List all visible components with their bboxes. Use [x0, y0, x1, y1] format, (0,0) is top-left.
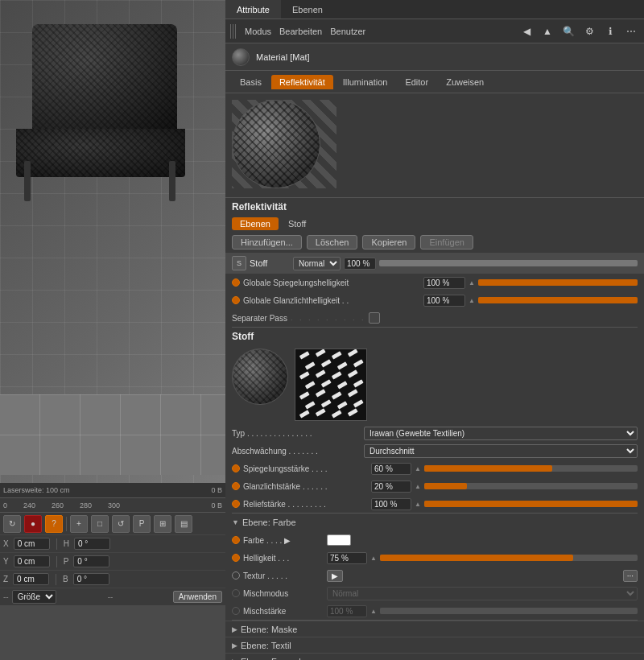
layer-opacity-slider[interactable]	[379, 260, 638, 266]
farbe-dot[interactable]	[232, 536, 240, 544]
viewport-tool-2[interactable]: ●	[24, 515, 42, 533]
separater-pass-row: Separater Pass . . . . . . . . .	[225, 309, 644, 327]
h-value[interactable]: 0 °	[74, 538, 110, 550]
icon-info[interactable]: ℹ	[602, 23, 618, 39]
ebene-fresnel-section[interactable]: ▶ Ebene: Fresnel	[225, 653, 644, 660]
viewport-ruler: 0 240 260 280 300 0 B	[0, 497, 225, 512]
viewport-tool-6[interactable]: ↺	[112, 515, 130, 533]
menu-bearbeiten[interactable]: Bearbeiten	[279, 27, 322, 36]
ebene-maske-section[interactable]: ▶ Ebene: Maske	[225, 621, 644, 637]
tab-ebenen[interactable]: Ebenen	[281, 0, 334, 19]
subtab-editor[interactable]: Editor	[397, 75, 436, 89]
icon-settings[interactable]: ⚙	[581, 23, 597, 39]
stoff-texture-preview[interactable]	[295, 349, 367, 421]
typ-label: Typ . . . . . . . . . . . . . . .	[232, 429, 361, 438]
helligkeit-dot[interactable]	[232, 554, 240, 562]
relief-dot[interactable]	[232, 500, 240, 508]
global-spiegelung-label: Globale Spiegelungshelligkeit	[243, 278, 420, 287]
glanz-starke-dot[interactable]	[232, 482, 240, 490]
layer-pct-input[interactable]: 100 %	[344, 258, 376, 270]
y-value[interactable]: 0 cm	[14, 555, 50, 567]
ebene-farbe-collapse-icon: ▼	[232, 518, 239, 526]
icon-search[interactable]: 🔍	[560, 23, 576, 39]
stoff-preview-ball	[232, 349, 288, 405]
tab-attribute[interactable]: Attribute	[225, 0, 281, 19]
spiegelung-label: Spiegelungsstärke . . . .	[243, 464, 368, 473]
spiegelung-dot[interactable]	[232, 464, 240, 472]
global-spiegelung-dot[interactable]	[232, 278, 240, 287]
size-select[interactable]: Größe	[12, 590, 56, 604]
global-spiegelung-row: Globale Spiegelungshelligkeit ▲	[225, 274, 644, 291]
typ-select[interactable]: Irawan (Gewebte Textilien)	[364, 427, 638, 440]
coord-row-2: Y 0 cm P 0 °	[0, 552, 225, 570]
b-value[interactable]: 0 °	[73, 573, 109, 585]
dot-sep: . . . . . . . . .	[291, 314, 366, 322]
laser-label: Lasersweite: 100 cm	[3, 486, 70, 494]
viewport-tool-1[interactable]: ↻	[3, 515, 21, 533]
viewport-tool-8[interactable]: ⊞	[154, 515, 171, 533]
subtab-zuweisen[interactable]: Zuweisen	[438, 75, 492, 89]
btn-einfugen[interactable]: Einfügen	[420, 235, 473, 250]
btn-hinzufugen[interactable]: Hinzufügen...	[232, 235, 302, 250]
z-value[interactable]: 0 cm	[13, 573, 49, 585]
icon-more[interactable]: ⋯	[623, 23, 639, 39]
tab-stoff[interactable]: Stoff	[280, 217, 314, 230]
viewport-tool-4[interactable]: +	[70, 515, 88, 533]
toolbar-icons: ◀ ▲ 🔍 ⚙ ℹ ⋯	[518, 23, 639, 39]
spiegelung-starke-row: Spiegelungsstärke . . . . ▲	[225, 460, 644, 477]
apply-button[interactable]: Anwenden	[173, 591, 222, 603]
tab-ebenen-layer[interactable]: Ebenen	[232, 217, 279, 230]
textur-dot[interactable]	[232, 571, 240, 580]
viewport-tool-9[interactable]: ▤	[175, 515, 192, 533]
x-value[interactable]: 0 cm	[14, 538, 50, 550]
relief-slider[interactable]	[424, 501, 638, 507]
color-swatch-white[interactable]	[327, 534, 351, 546]
viewport-tool-5[interactable]: □	[91, 515, 109, 533]
global-glanz-slider[interactable]	[478, 297, 638, 303]
mischstarke-slider[interactable]	[380, 608, 638, 614]
global-spiegelung-val[interactable]	[423, 277, 465, 289]
p-value[interactable]: 0 °	[73, 555, 109, 567]
ebene-farbe-header[interactable]: ▼ Ebene: Farbe	[225, 514, 644, 531]
textur-btn[interactable]: ▶	[327, 570, 343, 582]
global-spiegelung-slider[interactable]	[478, 279, 638, 286]
separater-pass-checkbox[interactable]	[369, 312, 380, 324]
relief-fill	[424, 501, 638, 507]
helligkeit-slider[interactable]	[380, 555, 638, 561]
viewport-tool-7[interactable]: P	[133, 515, 151, 533]
icon-arrow-up[interactable]: ▲	[539, 23, 555, 39]
maske-arrow: ▶	[232, 625, 237, 633]
global-glanz-val[interactable]	[423, 295, 465, 307]
subtab-reflektivitat[interactable]: Reflektivität	[271, 75, 333, 89]
spiegelung-val[interactable]	[371, 463, 411, 475]
menu-modus[interactable]: Modus	[245, 27, 271, 36]
glanz-slider[interactable]	[424, 483, 638, 489]
spiegelung-slider[interactable]	[424, 465, 638, 472]
mischstarke-val[interactable]	[327, 605, 367, 617]
mischmodus-dot[interactable]	[232, 589, 240, 597]
glanz-val[interactable]	[371, 481, 411, 493]
btn-kopieren[interactable]: Kopieren	[362, 235, 415, 250]
maske-label: Ebene: Maske	[241, 625, 297, 634]
relief-val[interactable]	[371, 498, 411, 510]
viewport-bottom: Lasersweite: 100 cm 0 B 0 240 260 280 30…	[0, 483, 225, 660]
relief-label: Reliefstärke . . . . . . . . .	[243, 500, 368, 509]
icon-arrow-left[interactable]: ◀	[518, 23, 535, 39]
helligkeit-val[interactable]	[327, 552, 367, 564]
btn-loschen[interactable]: Löschen	[307, 235, 358, 250]
global-glanz-fill	[478, 297, 638, 303]
textur-more-btn[interactable]: ···	[623, 570, 638, 582]
abschwachung-select[interactable]: Durchschnitt	[364, 444, 638, 458]
subtab-illumination[interactable]: Illumination	[335, 75, 396, 89]
viewport-tool-3[interactable]: ?	[45, 515, 63, 533]
global-glanz-dot[interactable]	[232, 296, 240, 304]
subtab-basis[interactable]: Basis	[232, 75, 270, 89]
mischstarke-dot[interactable]	[232, 607, 240, 615]
relief-arrow: ▲	[415, 501, 421, 508]
dots: . . . . . . . . .	[291, 314, 366, 322]
menu-benutzer[interactable]: Benutzer	[330, 27, 365, 36]
ebene-textil-section[interactable]: ▶ Ebene: Textil	[225, 637, 644, 653]
mischmodus-label: Mischmodus	[243, 589, 324, 598]
blend-mode-select[interactable]: Normal	[293, 257, 341, 270]
mischmodus-select[interactable]: Nörmal	[327, 587, 638, 600]
